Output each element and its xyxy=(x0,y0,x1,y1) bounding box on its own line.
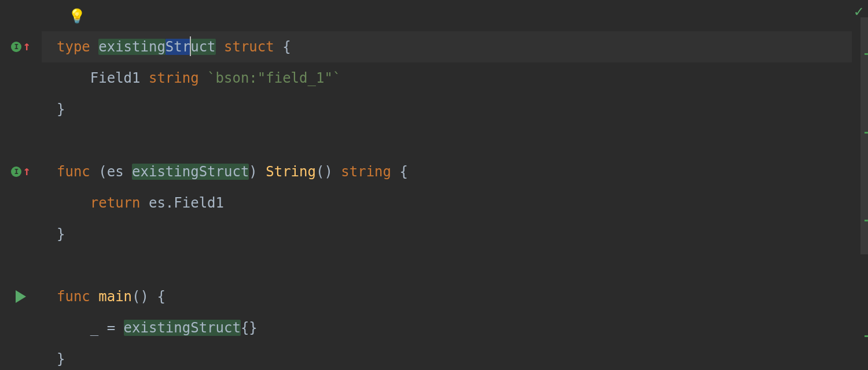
type-name-selection[interactable]: Str xyxy=(165,39,190,55)
func-name-main: main xyxy=(98,288,132,305)
keyword-func: func xyxy=(57,164,98,180)
keyword-struct: struct xyxy=(216,39,283,55)
type-name-usage[interactable]: existing xyxy=(98,39,165,55)
gutter-row[interactable]: I↑ xyxy=(0,31,42,62)
gutter[interactable]: 💡 I↑ I↑ xyxy=(0,0,42,370)
keyword-string: string xyxy=(149,70,207,86)
blank-assign: _ = xyxy=(90,320,124,336)
run-gutter-icon[interactable] xyxy=(16,290,26,303)
implements-icon[interactable]: I xyxy=(11,42,21,52)
keyword-return: return xyxy=(90,195,149,211)
brace: } xyxy=(57,351,65,367)
field-name: Field1 xyxy=(90,70,149,86)
overrides-up-arrow-icon[interactable]: ↑ xyxy=(23,156,30,187)
struct-tag: `bson:"field_1"` xyxy=(207,70,341,86)
code-line xyxy=(42,0,852,31)
code-line[interactable]: return es.Field1 xyxy=(42,187,852,219)
type-name-usage[interactable]: existingStruct xyxy=(124,320,241,336)
text-caret xyxy=(190,36,191,56)
brace: } xyxy=(57,226,65,242)
type-name-usage[interactable]: uct xyxy=(190,39,215,55)
code-editor[interactable]: ✓ 💡 I↑ I↑ type existingStruct struct xyxy=(0,0,868,370)
code-line-blank xyxy=(42,250,852,281)
code-line[interactable]: func (es existingStruct) String() string… xyxy=(42,156,852,187)
brace: { xyxy=(399,164,407,180)
implements-icon[interactable]: I xyxy=(11,166,21,177)
code-line[interactable]: } xyxy=(42,94,852,125)
code-line[interactable]: func main() { xyxy=(42,281,852,312)
keyword-type: type xyxy=(57,39,98,55)
gutter-row: 💡 xyxy=(0,0,42,31)
method-name: String xyxy=(266,164,316,180)
overrides-up-arrow-icon[interactable]: ↑ xyxy=(23,31,30,62)
code-area[interactable]: type existingStruct struct { Field1 stri… xyxy=(42,0,868,370)
gutter-row[interactable]: I↑ xyxy=(0,156,42,187)
keyword-string: string xyxy=(341,164,399,180)
expression: es.Field1 xyxy=(149,195,224,211)
gutter-row-run[interactable] xyxy=(0,281,42,312)
code-line[interactable]: Field1 string `bson:"field_1"` xyxy=(42,62,852,94)
brace: } xyxy=(57,101,65,117)
type-name-usage[interactable]: existingStruct xyxy=(132,164,249,180)
braces: {} xyxy=(241,320,258,336)
brace: { xyxy=(282,39,290,55)
code-line-blank xyxy=(42,125,852,156)
code-line-current[interactable]: type existingStruct struct { xyxy=(42,31,852,62)
keyword-func: func xyxy=(57,288,98,305)
code-line[interactable]: } xyxy=(42,219,852,250)
code-line[interactable]: _ = existingStruct{} xyxy=(42,312,852,343)
code-line[interactable]: } xyxy=(42,343,852,370)
